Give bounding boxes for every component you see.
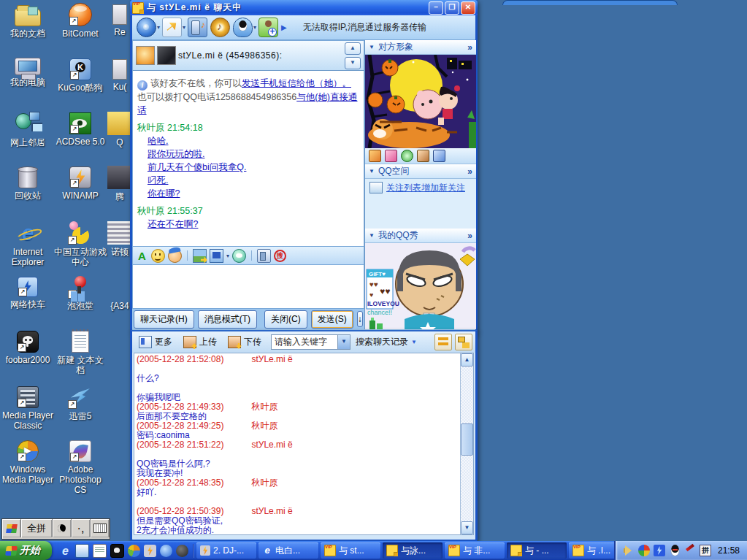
- history-scrollbar[interactable]: ▲ ▼: [460, 353, 473, 534]
- download-button[interactable]: 下传: [224, 334, 267, 350]
- quick-launch-winamp-icon[interactable]: [144, 545, 156, 557]
- desktop-icon-internet-explorer[interactable]: Internet Explorer: [1, 221, 54, 267]
- taskbar-button[interactable]: 与詠...: [383, 542, 443, 559]
- ime-windows-icon[interactable]: [2, 519, 21, 537]
- audio-music-icon[interactable]: [210, 18, 230, 37]
- scrollbar-down-icon[interactable]: ▼: [461, 521, 473, 534]
- section-more-icon[interactable]: »: [467, 166, 472, 177]
- maximize-button[interactable]: ❐: [445, 1, 459, 15]
- history-content[interactable]: (2005-12-28 21:52:08)stУLe.mi ё 什么? 你骗我呢…: [137, 355, 459, 534]
- chat-titlebar[interactable]: 与 stУLe.mi ё 聊天中 – ❐ ✕: [130, 0, 478, 15]
- font-style-icon[interactable]: [136, 250, 148, 262]
- desktop-icon-新建-文本文档[interactable]: 新建 文本文档: [54, 330, 107, 375]
- peer-image-section-header[interactable]: ▼ 对方形象 »: [365, 40, 476, 55]
- quick-launch-app-icon[interactable]: [176, 545, 188, 557]
- desktop-icon-我的文档[interactable]: 我的文档: [1, 3, 54, 39]
- desktop-icon-我的电脑[interactable]: 我的电脑: [1, 58, 54, 88]
- clock[interactable]: 21:58: [715, 545, 740, 556]
- layout-toggle-button[interactable]: [434, 334, 452, 350]
- quick-launch-foobar-icon[interactable]: [110, 544, 124, 558]
- search-dropdown-icon[interactable]: ▼: [411, 339, 417, 345]
- taskbar-button[interactable]: 电白...: [258, 542, 318, 559]
- refresh-icon[interactable]: [401, 150, 413, 162]
- qzone-section-header[interactable]: ▼ QQ空间 »: [365, 164, 476, 179]
- taskbar-button[interactable]: 与 - ...: [507, 542, 567, 559]
- qqshow-section-header[interactable]: ▼ 我的QQ秀 »: [365, 229, 476, 243]
- ime-name-button[interactable]: 全拼: [21, 519, 53, 537]
- search-history-button[interactable]: 搜索聊天记录: [354, 336, 410, 348]
- quick-launch-ie-icon[interactable]: [59, 545, 72, 557]
- combobox-dropdown-icon[interactable]: ▼: [337, 335, 350, 349]
- custom-emote-icon[interactable]: [168, 249, 182, 263]
- send-sms-icon[interactable]: [188, 18, 207, 37]
- minimize-button[interactable]: –: [429, 1, 443, 15]
- colorful-app-tray-icon[interactable]: [638, 545, 650, 556]
- audio-chat-icon[interactable]: [232, 249, 246, 263]
- desktop-icon-windows-media-player[interactable]: Windows Media Player: [1, 440, 54, 485]
- qq-actions-dropdown[interactable]: ▾: [253, 24, 256, 31]
- quick-launch-emule-icon[interactable]: [160, 545, 172, 557]
- peer-photo-avatar[interactable]: [157, 46, 176, 65]
- send-image-icon[interactable]: [193, 249, 207, 263]
- desktop-icon-回收站[interactable]: 回收站: [1, 166, 54, 201]
- quick-launch-document-icon[interactable]: [75, 544, 89, 558]
- screen-capture-icon[interactable]: [210, 249, 223, 263]
- desktop-icon-网络快车[interactable]: 网络快车: [1, 275, 54, 310]
- file-transfer-icon[interactable]: [162, 18, 182, 37]
- scrollbar-up-icon[interactable]: ▲: [461, 353, 473, 367]
- ime-keyboard-icon[interactable]: [91, 519, 110, 537]
- section-more-icon[interactable]: »: [467, 231, 472, 241]
- desktop-icon-media-player-classic[interactable]: Media Player Classic: [1, 386, 54, 431]
- toolbar-more-arrow[interactable]: ▶: [281, 23, 287, 31]
- desktop-icon-网上邻居[interactable]: 网上邻居: [1, 112, 54, 147]
- qzone-link[interactable]: 关注列表增加新关注: [386, 182, 465, 194]
- taskbar-button[interactable]: 与 st...: [321, 542, 380, 559]
- more-button[interactable]: 更多: [135, 334, 178, 350]
- taskbar-button[interactable]: 2. DJ-...: [196, 542, 256, 559]
- section-more-icon[interactable]: »: [467, 42, 472, 53]
- pen-tray-icon[interactable]: [684, 545, 696, 556]
- message-mode-button[interactable]: 消息模式(T): [198, 310, 257, 329]
- taskbar-button[interactable]: 与 非...: [445, 542, 505, 559]
- taskbar-button[interactable]: 与 .I...: [569, 542, 614, 559]
- video-chat-icon[interactable]: [137, 18, 156, 37]
- edit-image-icon[interactable]: [369, 150, 381, 162]
- close-chat-button[interactable]: 关闭(C): [264, 310, 307, 329]
- message-display-area[interactable]: i该好友不在线，你可以发送手机短信给他（她）。也可以拨打QQ电话12586884…: [132, 71, 364, 247]
- volume-icon[interactable]: [623, 545, 635, 556]
- info-link[interactable]: 发送手机短信给他（她）。: [242, 78, 351, 88]
- ime-punctuation-icon[interactable]: ·,: [72, 519, 91, 537]
- send-options-button[interactable]: ↓: [357, 311, 363, 327]
- quick-launch-notepad-icon[interactable]: [93, 544, 107, 558]
- folder-view-button[interactable]: [455, 334, 472, 350]
- file-transfer-dropdown[interactable]: ▾: [183, 24, 185, 31]
- start-button[interactable]: 开始: [0, 541, 52, 560]
- scrollbar-thumb[interactable]: [461, 423, 473, 456]
- search-icon[interactable]: [274, 250, 286, 262]
- chat-history-button[interactable]: 聊天记录(H): [134, 310, 194, 329]
- capture-dropdown[interactable]: ▾: [226, 253, 229, 259]
- dress-up-icon[interactable]: [385, 150, 397, 162]
- ime-tray-badge[interactable]: 拼: [700, 545, 711, 556]
- close-button[interactable]: ✕: [461, 1, 475, 15]
- collapse-arrow-icon[interactable]: ▼: [369, 168, 375, 174]
- ime-fullhalf-icon[interactable]: [53, 519, 72, 537]
- message-input-area[interactable]: [132, 265, 364, 309]
- video-chat-dropdown[interactable]: ▾: [157, 24, 160, 31]
- photo-icon[interactable]: [417, 150, 429, 162]
- emoticon-icon[interactable]: [151, 249, 165, 263]
- collapse-arrow-icon[interactable]: ▼: [369, 44, 375, 50]
- scroll-down-button[interactable]: ▼: [345, 57, 361, 69]
- send-button[interactable]: 发送(S): [311, 310, 353, 329]
- keyword-combobox[interactable]: 请输入关键字 ▼: [271, 334, 350, 350]
- quick-launch-wmp-icon[interactable]: [128, 545, 140, 557]
- add-friend-icon[interactable]: [258, 18, 278, 37]
- desktop-icon-adobe-photoshop-cs[interactable]: Adobe Photoshop CS: [54, 440, 107, 495]
- wireless-message-icon[interactable]: [257, 249, 271, 263]
- flashget-tray-icon[interactable]: [654, 545, 665, 556]
- desktop-icon-迅雷5[interactable]: 迅雷5: [54, 386, 107, 421]
- qq-penguin-tray-icon[interactable]: [669, 545, 681, 556]
- peer-qqshow-avatar[interactable]: [136, 46, 155, 65]
- signature-pen-icon[interactable]: [433, 150, 445, 162]
- desktop-icon-foobar2000[interactable]: foobar2000: [1, 330, 54, 365]
